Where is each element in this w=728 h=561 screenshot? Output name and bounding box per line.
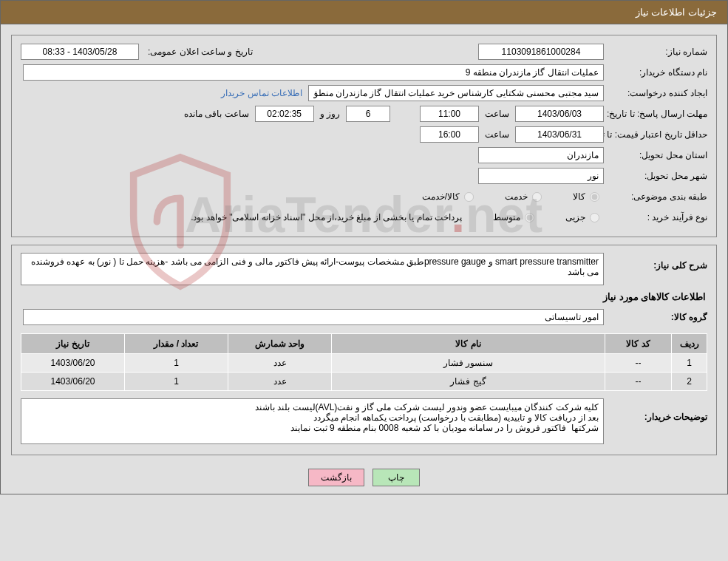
days-remaining-field — [346, 106, 390, 122]
process-small-label: جزیی — [565, 212, 585, 222]
cell-idx: 1 — [672, 354, 707, 373]
group-field — [23, 309, 604, 325]
announce-label: تاریخ و ساعت اعلان عمومی: — [143, 47, 253, 57]
th-qty: تعداد / مقدار — [125, 334, 228, 354]
content-area: AriaTender.net شماره نیاز: تاریخ و ساعت … — [0, 24, 728, 494]
process-note: پرداخت تمام یا بخشی از مبلغ خرید،از محل … — [191, 212, 462, 222]
reply-date-field — [515, 106, 604, 122]
cell-name: سنسور فشار — [332, 354, 605, 373]
validity-label: حداقل تاریخ اعتبار قیمت: تا تاریخ: — [604, 129, 707, 140]
th-date: تاریخ نیاز — [21, 334, 125, 354]
category-service-label: خدمت — [505, 191, 528, 202]
time-label-2: ساعت — [479, 129, 515, 140]
need-number-field — [478, 44, 604, 60]
process-medium-label: متوسط — [493, 212, 520, 222]
buyer-notes-label: توضیحات خریدار: — [604, 398, 707, 422]
table-row: 1 -- سنسور فشار عدد 1 1403/06/20 — [21, 354, 707, 373]
need-detail-block: شرح کلی نیاز: اطلاعات کالاهای مورد نیاز … — [11, 245, 717, 455]
category-goods-label: کالا — [573, 191, 585, 202]
page-title: جزئیات اطلاعات نیاز — [636, 7, 717, 18]
city-field — [478, 168, 604, 184]
items-table: ردیف کد کالا نام کالا واحد شمارش تعداد /… — [21, 333, 707, 391]
cell-qty: 1 — [125, 354, 228, 373]
cell-date: 1403/06/20 — [21, 373, 125, 391]
requester-field — [308, 85, 604, 101]
category-goods-service-radio — [464, 192, 474, 202]
cell-unit: عدد — [228, 354, 332, 373]
cell-code: -- — [605, 373, 672, 391]
cell-code: -- — [605, 354, 672, 373]
city-label: شهر محل تحویل: — [604, 171, 707, 181]
cell-name: گیج فشار — [332, 373, 605, 391]
need-number-label: شماره نیاز: — [604, 47, 707, 57]
summary-label: شرح کلی نیاز: — [604, 253, 707, 271]
th-unit: واحد شمارش — [228, 334, 332, 354]
process-medium-radio — [525, 213, 534, 222]
requester-label: ایجاد کننده درخواست: — [604, 88, 707, 98]
buyer-org-label: نام دستگاه خریدار: — [604, 67, 707, 78]
days-label: روز و — [314, 109, 346, 119]
cell-date: 1403/06/20 — [21, 354, 125, 373]
th-code: کد کالا — [605, 334, 672, 354]
category-label: طبقه بندی موضوعی: — [604, 191, 707, 202]
reply-time-field — [420, 106, 479, 122]
button-row: چاپ بازگشت — [11, 463, 717, 488]
province-label: استان محل تحویل: — [604, 150, 707, 160]
table-row: 2 -- گیج فشار عدد 1 1403/06/20 — [21, 373, 707, 391]
reply-deadline-label: مهلت ارسال پاسخ: تا تاریخ: — [604, 109, 707, 119]
process-label: نوع فرآیند خرید : — [604, 212, 707, 222]
cell-qty: 1 — [125, 373, 228, 391]
remaining-label: ساعت باقی مانده — [178, 109, 255, 119]
cell-unit: عدد — [228, 373, 332, 391]
th-row: ردیف — [672, 334, 707, 354]
buyer-org-field — [23, 64, 604, 81]
category-goods-service-label: کالا/خدمت — [422, 191, 460, 202]
cell-idx: 2 — [672, 373, 707, 391]
province-field — [478, 147, 604, 163]
announce-field — [21, 44, 139, 60]
countdown-field — [255, 106, 314, 122]
buyer-contact-link[interactable]: اطلاعات تماس خریدار — [221, 88, 308, 98]
validity-time-field — [420, 126, 479, 143]
summary-text — [21, 253, 604, 285]
validity-date-field — [515, 126, 604, 143]
print-button[interactable]: چاپ — [372, 469, 420, 486]
items-section-title: اطلاعات کالاهای مورد نیاز — [21, 291, 706, 302]
th-name: نام کالا — [332, 334, 605, 354]
time-label-1: ساعت — [479, 109, 515, 119]
need-header-block: شماره نیاز: تاریخ و ساعت اعلان عمومی: نا… — [11, 35, 717, 237]
category-service-radio — [532, 192, 542, 202]
back-button[interactable]: بازگشت — [308, 469, 364, 486]
category-goods-radio — [590, 192, 599, 202]
buyer-notes-text — [21, 398, 604, 444]
page-title-bar: جزئیات اطلاعات نیاز — [0, 0, 728, 24]
process-small-radio — [590, 213, 599, 222]
group-label: گروه کالا: — [604, 312, 707, 322]
